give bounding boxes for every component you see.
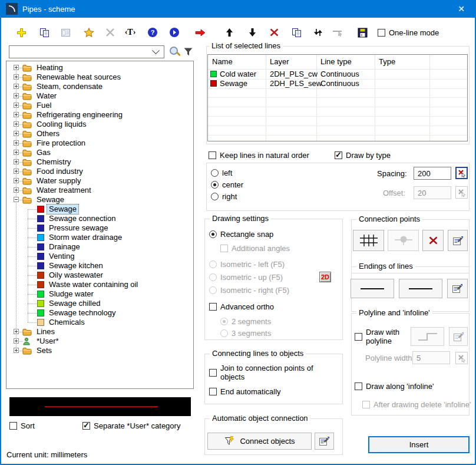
align-left-option[interactable]: left <box>211 169 232 177</box>
tree-item-category[interactable]: Water <box>6 91 193 101</box>
tree-item-line[interactable]: Sewage chilled <box>6 299 193 308</box>
column-header-linetype[interactable]: Line type <box>316 55 352 68</box>
tree-item-category[interactable]: Refrigerating engineering <box>6 110 193 120</box>
help-button[interactable]: ? <box>146 26 159 39</box>
table-row[interactable]: Sewage2DH_PLS_sewContinuous <box>208 79 467 89</box>
expand-toggle[interactable] <box>14 338 19 344</box>
align-center-option[interactable]: center <box>211 180 243 189</box>
connection-grid-button[interactable] <box>353 230 384 251</box>
run-button[interactable] <box>168 26 181 39</box>
swap-order-button[interactable] <box>312 26 325 39</box>
add-line-button[interactable] <box>15 26 28 39</box>
tree-item-category[interactable]: Heating <box>6 63 193 72</box>
keep-lines-checkbox[interactable] <box>209 151 216 159</box>
column-header-type[interactable]: Type <box>375 55 395 68</box>
line-end-ending-button[interactable] <box>399 279 442 298</box>
chevron-down-icon[interactable] <box>152 47 160 54</box>
search-icon[interactable] <box>169 46 181 58</box>
advanced-ortho-option[interactable]: Advanced ortho <box>209 302 274 311</box>
selected-lines-table[interactable]: Name Layer Line type Type Cold water2DH_… <box>207 54 468 141</box>
tree-item-line[interactable]: Oily wastewater <box>6 271 193 280</box>
expand-toggle[interactable] <box>14 159 19 164</box>
line-search-combobox[interactable] <box>9 45 164 58</box>
expand-toggle[interactable] <box>14 197 19 202</box>
end-automatically-option[interactable]: End automatically <box>209 387 281 396</box>
rectangle-snap-radio[interactable] <box>209 230 217 238</box>
tree-item-category[interactable]: Cooling liquids <box>6 120 193 129</box>
tree-item-category[interactable]: Fire protection <box>6 138 193 148</box>
tree-item-category[interactable]: Water supply <box>6 176 193 186</box>
save-button[interactable] <box>356 26 369 39</box>
tree-item-category[interactable]: Food industry <box>6 167 193 176</box>
tree-item-line[interactable]: Sewage <box>6 205 193 214</box>
join-connection-points-option[interactable]: Join to connection points of objects <box>209 364 333 381</box>
expand-toggle[interactable] <box>14 65 19 70</box>
tree-item-line[interactable]: Venting <box>6 252 193 261</box>
tree-item-category[interactable]: Fuel <box>6 101 193 110</box>
sort-option[interactable]: Sort <box>9 421 35 430</box>
tree-item-line[interactable]: Storm water drainage <box>6 233 193 242</box>
mode-2d-button[interactable]: 2D <box>319 272 331 282</box>
align-center-radio[interactable] <box>211 181 219 189</box>
spacing-input[interactable] <box>414 167 451 180</box>
expand-toggle[interactable] <box>14 169 19 174</box>
remove-line-button[interactable] <box>267 26 280 39</box>
tree-item-line[interactable]: Waste water containing oil <box>6 280 193 289</box>
align-right-radio[interactable] <box>211 193 219 200</box>
end-automatically-checkbox[interactable] <box>209 388 217 395</box>
column-header-layer[interactable]: Layer <box>266 55 289 68</box>
column-header-name[interactable]: Name <box>208 55 233 68</box>
tree-item-line[interactable]: Sewage connection <box>6 214 193 223</box>
expand-toggle[interactable] <box>14 178 19 183</box>
separate-user-checkbox[interactable] <box>82 422 90 430</box>
rectangle-snap-option[interactable]: Rectangle snap <box>209 230 273 239</box>
tree-item-category[interactable]: Renewable heat sources <box>6 72 193 82</box>
tree-item-category[interactable]: Steam, condensate <box>6 82 193 91</box>
expand-toggle[interactable] <box>14 84 19 89</box>
draw-with-polyline-checkbox[interactable] <box>355 333 362 341</box>
one-line-mode-option[interactable]: One-line mode <box>378 28 439 37</box>
draw-along-infoline-option[interactable]: Draw along 'infoline' <box>355 382 434 391</box>
connection-delete-button[interactable] <box>422 230 444 251</box>
copy-line-button[interactable] <box>38 26 51 39</box>
expand-toggle[interactable] <box>14 103 19 108</box>
tree-item-line[interactable]: Chemicals <box>6 318 193 327</box>
one-line-mode-checkbox[interactable] <box>378 29 385 37</box>
tree-item-category[interactable]: Sewage <box>6 195 193 205</box>
tree-item-category[interactable]: Sets <box>6 346 193 355</box>
table-header[interactable]: Name Layer Line type Type <box>208 55 467 70</box>
keep-lines-option[interactable]: Keep lines in natural order <box>209 151 309 160</box>
search-input[interactable] <box>9 48 153 57</box>
connect-objects-button[interactable]: Connect objects <box>207 433 312 450</box>
sort-checkbox[interactable] <box>9 422 17 430</box>
insert-button[interactable]: Insert <box>368 436 470 453</box>
arrow-right-button[interactable] <box>194 26 207 39</box>
endings-settings-button[interactable] <box>447 279 468 298</box>
connection-settings-button[interactable] <box>448 230 468 251</box>
spacing-pick-button[interactable] <box>455 167 468 179</box>
favorites-button[interactable] <box>82 26 95 39</box>
join-connection-points-checkbox[interactable] <box>209 369 217 377</box>
expand-toggle[interactable] <box>14 329 19 334</box>
close-button[interactable]: ✕ <box>448 0 475 18</box>
copy-selected-button[interactable] <box>290 26 303 39</box>
draw-with-polyline-option[interactable]: Draw with polyline <box>355 328 402 345</box>
move-down-button[interactable] <box>246 26 259 39</box>
tree-item-category[interactable]: Chemistry <box>6 157 193 167</box>
expand-toggle[interactable] <box>14 140 19 146</box>
move-up-button[interactable] <box>223 26 236 39</box>
draw-along-infoline-checkbox[interactable] <box>355 382 362 390</box>
advanced-ortho-checkbox[interactable] <box>209 303 217 311</box>
expand-toggle[interactable] <box>14 93 19 98</box>
expand-toggle[interactable] <box>14 121 19 127</box>
separate-user-option[interactable]: Separate *User* category <box>82 421 180 430</box>
tree-item-category[interactable]: Lines <box>6 327 193 337</box>
tree-item-line[interactable]: Sewage kitchen <box>6 261 193 271</box>
draw-by-type-option[interactable]: Draw by type <box>335 151 391 160</box>
expand-toggle[interactable] <box>14 74 19 80</box>
tree-item-line[interactable]: Sludge water <box>6 289 193 299</box>
text-tool-button[interactable]: ‹T› <box>124 26 137 39</box>
expand-toggle[interactable] <box>14 112 19 117</box>
align-left-radio[interactable] <box>211 169 219 177</box>
tree-item-category[interactable]: Water treatment <box>6 186 193 195</box>
